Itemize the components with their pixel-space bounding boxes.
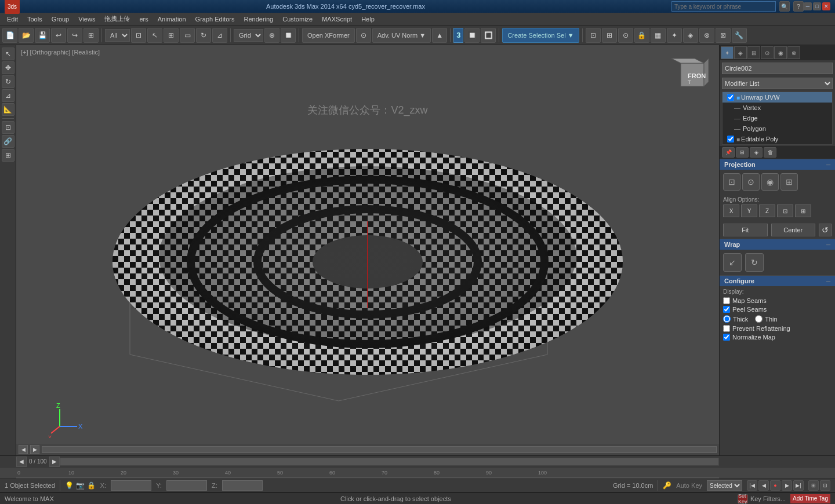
lock-icon[interactable]: 🔒 <box>87 481 96 490</box>
fit-btn[interactable]: Fit <box>723 224 768 236</box>
lt-btn5[interactable]: 📐 <box>2 103 14 116</box>
remove-modifier-btn[interactable]: 🗑 <box>764 147 776 158</box>
redo-btn[interactable]: ↪ <box>67 28 82 43</box>
new-btn[interactable]: 📄 <box>2 28 17 43</box>
lt-btn8[interactable]: ⊞ <box>2 149 14 162</box>
key-filters-label[interactable]: Key Filters... <box>750 495 786 502</box>
tb-icon9[interactable]: ⊠ <box>716 28 731 43</box>
key-icon[interactable]: 🔑 <box>663 481 671 490</box>
align-z-btn[interactable]: Z <box>759 204 775 217</box>
wrap-btn2[interactable]: ↻ <box>745 253 764 272</box>
light-icon[interactable]: 💡 <box>65 481 74 490</box>
rp-tab-hierarchy[interactable]: ⊞ <box>747 46 760 59</box>
modifier-list-dropdown[interactable]: Modifier List <box>722 78 833 89</box>
num-sub2[interactable]: 🔳 <box>481 28 496 43</box>
pivot-btn[interactable]: ⊙ <box>356 28 371 43</box>
peel-seams-checkbox[interactable] <box>723 306 730 313</box>
search-input[interactable] <box>671 1 776 12</box>
vp-pan-btn[interactable]: ◀ <box>19 445 28 454</box>
ref-coord-btn[interactable]: ⊕ <box>264 28 279 43</box>
center-btn[interactable]: Center <box>771 224 816 236</box>
options-btn[interactable]: ⊞ <box>84 28 99 43</box>
align-extra2-btn[interactable]: ⊞ <box>795 204 811 217</box>
coordinate-system[interactable]: Grid <box>234 29 263 42</box>
rp-tab-display[interactable]: ◉ <box>774 46 787 59</box>
close-btn[interactable]: ✕ <box>822 2 830 10</box>
play-back-btn[interactable]: ◀ <box>758 480 769 491</box>
num-sub1[interactable]: 🔲 <box>464 28 480 43</box>
search-btn[interactable]: 🔍 <box>779 1 790 12</box>
align-x-btn[interactable]: X <box>723 204 739 217</box>
unwrap-uvw-checkbox[interactable] <box>727 94 734 101</box>
thin-radio[interactable] <box>755 315 763 323</box>
align-extra1-btn[interactable]: ⊡ <box>777 204 793 217</box>
tb-icon8[interactable]: ⊗ <box>699 28 714 43</box>
z-coord-input[interactable] <box>222 480 263 491</box>
thick-radio[interactable] <box>723 315 731 323</box>
rp-tab-motion[interactable]: ⊙ <box>761 46 774 59</box>
minimize-btn[interactable]: ─ <box>804 2 812 10</box>
auto-key-dropdown[interactable]: Selected <box>707 480 742 491</box>
maximize-btn[interactable]: □ <box>813 2 821 10</box>
rotate-btn[interactable]: ↻ <box>196 28 211 43</box>
extra-btn1[interactable]: ⊞ <box>808 480 819 491</box>
select-region-btn[interactable]: ⊡ <box>131 28 146 43</box>
tb-icon4[interactable]: 🔒 <box>634 28 649 43</box>
pin-stack-btn[interactable]: 📌 <box>722 147 735 158</box>
snap-btn[interactable]: 🔲 <box>281 28 296 43</box>
proj-sphere[interactable]: ◉ <box>761 173 779 191</box>
menu-animation[interactable]: Animation <box>153 14 191 24</box>
map-seams-checkbox[interactable] <box>723 297 730 304</box>
normalize-map-checkbox[interactable] <box>723 334 730 341</box>
reset-btn[interactable]: ↺ <box>819 224 832 236</box>
create-selection-btn[interactable]: Create Selection Sel ▼ <box>502 28 579 43</box>
record-btn[interactable]: ● <box>770 480 780 491</box>
tb-icon6[interactable]: ✦ <box>667 28 682 43</box>
open-xformer-btn[interactable]: Open XFormer <box>302 28 355 43</box>
play-fwd-btn[interactable]: ▶ <box>782 480 792 491</box>
select-btn[interactable]: ↖ <box>147 28 162 43</box>
vp-scrollbar[interactable] <box>42 446 717 453</box>
projection-section-header[interactable]: Projection ─ <box>720 159 835 170</box>
menu-help[interactable]: Help <box>357 14 379 24</box>
menu-edit[interactable]: Edit <box>2 14 23 24</box>
vp-next-btn[interactable]: ▶ <box>30 445 39 454</box>
camera-icon[interactable]: 📷 <box>76 481 85 490</box>
lt-btn2[interactable]: ✥ <box>2 61 14 74</box>
menu-ers[interactable]: ers <box>135 14 153 24</box>
editable-poly-checkbox[interactable] <box>727 136 734 143</box>
tb-icon5[interactable]: ▦ <box>651 28 666 43</box>
extra-btn2[interactable]: ⊡ <box>820 480 830 491</box>
show-all-btn[interactable]: ⊞ <box>736 147 749 158</box>
timeline-next-btn[interactable]: ▶ <box>49 456 60 467</box>
tb-icon3[interactable]: ⊙ <box>618 28 633 43</box>
lt-btn6[interactable]: ⊡ <box>2 121 14 134</box>
prevent-reflattening-checkbox[interactable] <box>723 325 730 332</box>
wrap-section-header[interactable]: Wrap ─ <box>720 239 835 250</box>
tb-icon2[interactable]: ⊞ <box>602 28 617 43</box>
menu-rendering[interactable]: Rendering <box>239 14 278 24</box>
rp-tab-utilities[interactable]: ⊗ <box>787 46 800 59</box>
add-time-tag-btn[interactable]: Add Time Tag <box>790 494 830 503</box>
help-btn[interactable]: ? <box>793 1 804 12</box>
select-move-btn[interactable]: ⊞ <box>164 28 179 43</box>
wrap-btn1[interactable]: ↙ <box>723 253 742 272</box>
selection-filter[interactable]: All <box>105 29 130 42</box>
menu-maxscript[interactable]: MAXScript <box>317 14 357 24</box>
open-btn[interactable]: 📂 <box>19 28 34 43</box>
rp-tab-modify[interactable]: ✦ <box>721 46 734 59</box>
lt-btn3[interactable]: ↻ <box>2 75 14 88</box>
menu-graph-editors[interactable]: Graph Editors <box>191 14 239 24</box>
lt-btn4[interactable]: ⊿ <box>2 89 14 102</box>
tb-icon7[interactable]: ◈ <box>683 28 698 43</box>
navcube[interactable]: FRON T <box>671 54 713 96</box>
adv-uv-btn[interactable]: Adv. UV Norm ▼ <box>372 28 431 43</box>
proj-box[interactable]: ⊞ <box>780 173 798 191</box>
timeline-track[interactable] <box>60 458 719 466</box>
tb-icon10[interactable]: 🔧 <box>732 28 747 43</box>
menu-group[interactable]: Group <box>47 14 74 24</box>
modifier-editable-poly[interactable]: ■ Editable Poly <box>723 134 832 144</box>
object-name-input[interactable] <box>722 63 833 74</box>
modifier-unwrap-uvw[interactable]: ■ Unwrap UVW <box>723 92 832 103</box>
undo-btn[interactable]: ↩ <box>51 28 66 43</box>
